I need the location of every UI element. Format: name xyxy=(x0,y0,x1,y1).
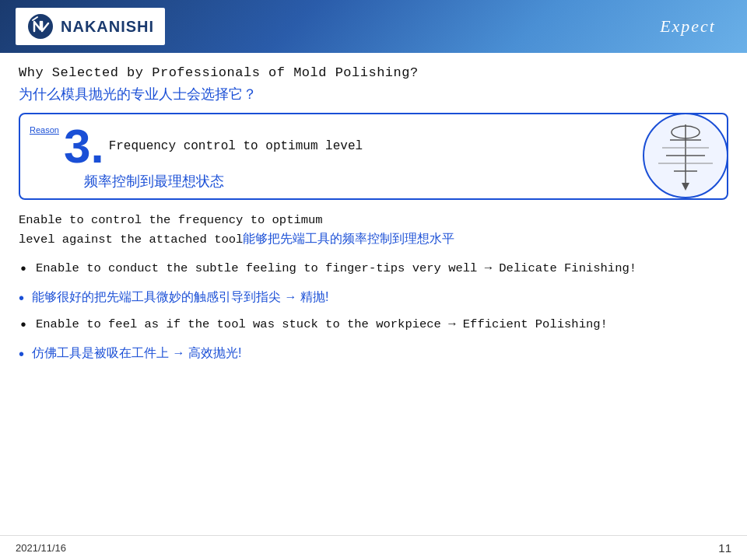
bullet-item-3: • Enable to feel as if the tool was stuc… xyxy=(19,316,728,338)
bullet-item-1: • Enable to conduct the subtle feeling t… xyxy=(19,260,728,282)
bullet-dot-2: • xyxy=(19,286,24,310)
reason-box: Reason 3. Frequency control to optimum l… xyxy=(19,113,728,200)
header: NAKANISHI Expect xyxy=(0,0,747,53)
main-content: Why Selected by Professionals of Mold Po… xyxy=(0,53,747,381)
description-en-line2: level against the attached tool xyxy=(19,233,243,247)
bullet-dot-3: • xyxy=(19,314,28,338)
reason-row: Reason 3. Frequency control to optimum l… xyxy=(30,122,714,170)
nakanishi-logo-icon xyxy=(26,12,54,40)
footer-page: 11 xyxy=(718,541,731,555)
diagram-circle xyxy=(643,113,728,198)
tool-diagram-svg xyxy=(647,117,724,194)
main-title-cn: 为什么模具抛光的专业人士会选择它？ xyxy=(19,85,728,103)
description-en-line1: Enable to control the frequency to optim… xyxy=(19,213,323,227)
footer-date: 2021/11/16 xyxy=(16,542,66,554)
bullet-text-2: 能够很好的把先端工具微妙的触感引导到指尖 → 精抛! xyxy=(32,288,728,306)
main-title-en: Why Selected by Professionals of Mold Po… xyxy=(19,65,728,80)
bullet-dot-1: • xyxy=(19,258,28,282)
bullet-text-4: 仿佛工具是被吸在工件上 → 高效抛光! xyxy=(32,344,728,362)
bullet-list: • Enable to conduct the subtle feeling t… xyxy=(19,260,728,366)
reason-text-en: Frequency control to optimum level xyxy=(109,138,714,155)
reason-number: 3. xyxy=(64,122,104,170)
logo-text: NAKANISHI xyxy=(61,18,154,36)
svg-marker-8 xyxy=(682,183,689,191)
logo-area: NAKANISHI xyxy=(16,8,165,45)
bullet-text-3: Enable to feel as if the tool was stuck … xyxy=(36,316,728,334)
bullet-item-2: • 能够很好的把先端工具微妙的触感引导到指尖 → 精抛! xyxy=(19,288,728,310)
bullet-dot-4: • xyxy=(19,342,24,366)
reason-text-cn: 频率控制到最理想状态 xyxy=(84,172,714,191)
description-paragraph: Enable to control the frequency to optim… xyxy=(19,211,728,249)
footer: 2021/11/16 11 xyxy=(0,535,747,560)
description-cn-inline: 能够把先端工具的频率控制到理想水平 xyxy=(243,232,454,245)
header-title: Expect xyxy=(660,16,716,37)
bullet-item-4: • 仿佛工具是被吸在工件上 → 高效抛光! xyxy=(19,344,728,366)
bullet-text-1: Enable to conduct the subtle feeling to … xyxy=(36,260,728,278)
reason-label[interactable]: Reason xyxy=(30,125,59,135)
